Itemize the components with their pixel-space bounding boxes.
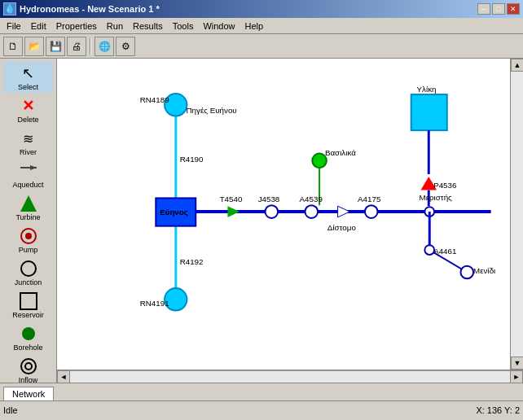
svg-text:A4539: A4539 [300, 195, 323, 203]
title-bar: 💧 Hydronomeas - New Scenario 1 * ─ □ ✕ [0, 0, 523, 18]
toolbar-new[interactable]: 🗋 [3, 37, 23, 56]
toolbar-network[interactable]: 🌐 [94, 37, 114, 56]
svg-point-17 [265, 205, 278, 218]
sidebar: ↖ Select ✕ Delete ≋ River Aqueduct Turbi… [0, 59, 57, 383]
svg-point-7 [22, 327, 35, 340]
svg-point-5 [21, 261, 36, 276]
bottom-scrollbar[interactable]: ◄ ► [57, 370, 523, 383]
svg-marker-2 [20, 195, 37, 212]
svg-marker-16 [227, 206, 240, 217]
tool-pump[interactable]: Pump [4, 225, 53, 256]
svg-text:RN4189: RN4189 [140, 95, 169, 104]
turbine-icon [19, 194, 38, 213]
scroll-up-button[interactable]: ▲ [511, 59, 523, 72]
menu-results[interactable]: Results [128, 20, 168, 33]
river-icon: ≋ [19, 129, 38, 148]
app-icon: 💧 [3, 2, 16, 15]
tool-junction-label: Junction [15, 278, 42, 287]
tool-borehole[interactable]: Borehole [4, 322, 53, 353]
svg-point-34 [460, 266, 473, 279]
toolbar: 🗋 📂 💾 🖨 🌐 ⚙ [0, 34, 523, 59]
maximize-button[interactable]: □ [492, 3, 505, 15]
tab-network[interactable]: Network [3, 387, 54, 400]
menu-help[interactable]: Help [240, 20, 269, 33]
tab-bar: Network [0, 383, 523, 400]
menu-file[interactable]: File [2, 20, 26, 33]
svg-text:R4190: R4190 [180, 155, 204, 164]
scroll-right-button[interactable]: ► [510, 370, 523, 383]
scrollbar-right[interactable]: ▲ ▼ [510, 59, 523, 370]
svg-text:Δίστομο: Δίστομο [327, 223, 357, 232]
tool-reservoir-label: Reservoir [12, 311, 44, 319]
tool-borehole-label: Borehole [13, 343, 42, 352]
tool-select-label: Select [18, 83, 38, 91]
svg-point-19 [365, 205, 378, 218]
scroll-right-track[interactable] [511, 72, 523, 357]
svg-text:A4461: A4461 [433, 247, 456, 256]
tool-pump-label: Pump [19, 246, 38, 254]
junction-icon [19, 259, 38, 278]
tool-select[interactable]: ↖ Select [4, 62, 53, 93]
window-controls: ─ □ ✕ [477, 3, 520, 15]
tool-inflow[interactable]: Inflow [4, 355, 53, 383]
close-button[interactable]: ✕ [507, 3, 520, 15]
scroll-bottom-track[interactable] [70, 370, 510, 383]
menu-properties[interactable]: Properties [51, 20, 102, 33]
window-title: Hydronomeas - New Scenario 1 * [20, 4, 160, 14]
svg-rect-6 [20, 293, 37, 309]
aqueduct-icon [19, 161, 38, 181]
svg-text:R4192: R4192 [180, 257, 204, 266]
tool-reservoir[interactable]: Reservoir [4, 290, 53, 321]
menu-bar: File Edit Properties Run Results Tools W… [0, 18, 523, 34]
tool-aqueduct[interactable]: Aqueduct [4, 160, 53, 190]
svg-text:T4540: T4540 [220, 195, 243, 203]
toolbar-print[interactable]: 🖨 [67, 37, 86, 56]
svg-text:Υλίκη: Υλίκη [417, 85, 437, 94]
svg-text:Βασιλικά: Βασιλικά [325, 148, 356, 157]
scroll-left-button[interactable]: ◄ [57, 370, 70, 383]
canvas-area[interactable]: RN4189 Πηγές Ευήνου R4190 Εύηνος R4192 R… [57, 59, 510, 370]
svg-point-18 [305, 205, 318, 218]
delete-icon: ✕ [19, 96, 38, 116]
svg-text:J4538: J4538 [258, 195, 280, 203]
status-coords: X: 136 Y: 2 [476, 405, 520, 415]
tool-delete[interactable]: ✕ Delete [4, 94, 53, 125]
toolbar-save[interactable]: 💾 [46, 37, 65, 56]
network-svg: RN4189 Πηγές Ευήνου R4190 Εύηνος R4192 R… [57, 59, 510, 370]
svg-point-8 [21, 359, 36, 374]
canvas-wrapper: RN4189 Πηγές Ευήνου R4190 Εύηνος R4192 R… [57, 59, 523, 383]
svg-rect-24 [411, 94, 447, 130]
svg-text:Εύηνος: Εύηνος [160, 208, 188, 217]
menu-window[interactable]: Window [198, 20, 240, 33]
toolbar-separator [90, 38, 91, 55]
tool-delete-label: Delete [17, 116, 38, 124]
menu-run[interactable]: Run [102, 20, 128, 33]
tool-turbine[interactable]: Turbine [4, 192, 53, 223]
svg-marker-21 [338, 206, 350, 217]
minimize-button[interactable]: ─ [477, 3, 490, 15]
svg-point-9 [25, 363, 32, 370]
svg-marker-1 [30, 165, 37, 170]
status-bar: Idle X: 136 Y: 2 [0, 400, 523, 418]
tool-aqueduct-label: Aqueduct [12, 181, 43, 189]
tool-inflow-label: Inflow [19, 376, 38, 383]
svg-text:Πηγές Ευήνου: Πηγές Ευήνου [187, 106, 237, 115]
main-area: ↖ Select ✕ Delete ≋ River Aqueduct Turbi… [0, 59, 523, 383]
pump-icon [19, 226, 38, 246]
scroll-down-button[interactable]: ▼ [511, 357, 523, 370]
svg-text:RN4191: RN4191 [140, 299, 169, 308]
tool-turbine-label: Turbine [15, 213, 40, 221]
inflow-icon [19, 357, 38, 376]
toolbar-open[interactable]: 📂 [24, 37, 44, 56]
tool-junction[interactable]: Junction [4, 257, 53, 288]
svg-text:P4536: P4536 [433, 181, 457, 190]
borehole-icon [19, 324, 38, 343]
svg-text:Μεριστής: Μεριστής [420, 193, 453, 202]
svg-text:A4175: A4175 [358, 195, 381, 203]
menu-tools[interactable]: Tools [168, 20, 199, 33]
toolbar-settings[interactable]: ⚙ [116, 37, 135, 56]
reservoir-icon [19, 291, 38, 311]
svg-text:Μενίδι: Μενίδι [473, 266, 495, 275]
menu-edit[interactable]: Edit [26, 20, 51, 33]
tool-river[interactable]: ≋ River [4, 127, 53, 158]
